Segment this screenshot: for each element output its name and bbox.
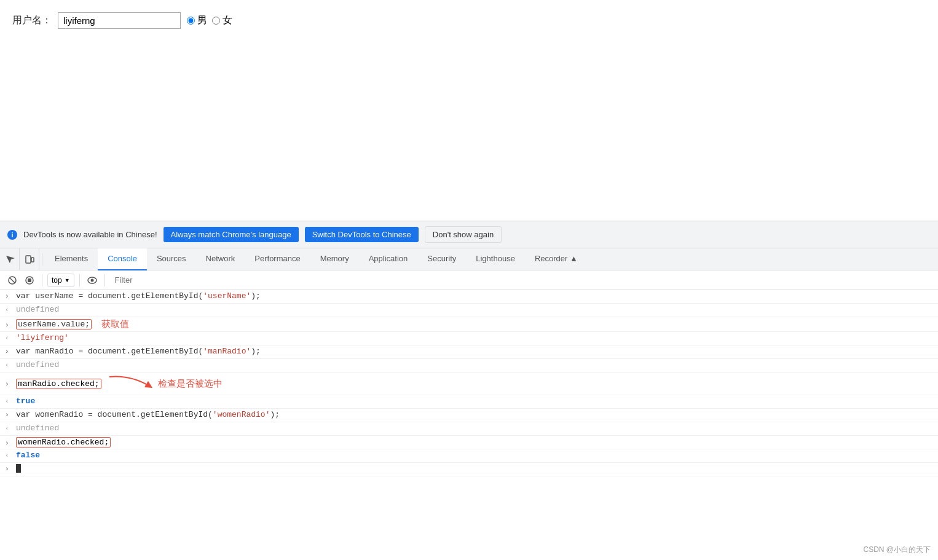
device-icon[interactable] <box>20 248 39 270</box>
tab-lighthouse[interactable]: Lighthouse <box>466 248 525 270</box>
devtools-tabs: Elements Console Sources Network Perform… <box>0 248 938 270</box>
console-line: ‹ undefined <box>0 304 938 317</box>
console-line: › userName.value; 获取值 <box>0 317 938 332</box>
inspect-icon[interactable] <box>0 248 20 270</box>
notification-message: DevTools is now available in Chinese! <box>23 230 157 239</box>
console-line: › var manRadio = document.getElementById… <box>0 345 938 359</box>
console-line: ‹ true <box>0 395 938 409</box>
watermark: CSDN @小白的天下 <box>863 545 931 545</box>
always-match-button[interactable]: Always match Chrome's language <box>164 227 299 242</box>
annotation-arrow <box>106 374 156 393</box>
tab-application[interactable]: Application <box>359 248 418 270</box>
svg-rect-0 <box>26 256 31 263</box>
console-output: › var userName = document.getElementById… <box>0 290 938 545</box>
console-line: ‹ 'liyiferng' <box>0 332 938 345</box>
svg-line-3 <box>10 278 15 283</box>
clear-console-button[interactable] <box>5 273 20 288</box>
console-line: › var userName = document.getElementById… <box>0 290 938 304</box>
radio-female[interactable]: 女 <box>212 14 232 27</box>
svg-rect-1 <box>31 258 34 262</box>
info-icon: i <box>7 230 17 240</box>
stop-button[interactable] <box>22 273 37 288</box>
context-selector[interactable]: top ▼ <box>47 274 74 287</box>
console-line: ‹ undefined <box>0 359 938 373</box>
tab-memory[interactable]: Memory <box>310 248 359 270</box>
console-line: ‹ false <box>0 449 938 463</box>
tab-performance[interactable]: Performance <box>245 248 310 270</box>
gender-group: 男 女 <box>187 14 232 27</box>
console-toolbar: top ▼ <box>0 270 938 290</box>
console-line: ‹ undefined <box>0 422 938 436</box>
tab-network[interactable]: Network <box>196 248 245 270</box>
filter-input[interactable] <box>110 275 933 285</box>
tab-sources[interactable]: Sources <box>147 248 196 270</box>
tab-security[interactable]: Security <box>417 248 466 270</box>
cursor <box>16 464 21 473</box>
console-line: › var womenRadio = document.getElementBy… <box>0 409 938 422</box>
radio-male[interactable]: 男 <box>187 14 207 27</box>
console-line: › womenRadio.checked; <box>0 436 938 449</box>
tab-elements[interactable]: Elements <box>45 248 98 270</box>
username-input[interactable] <box>58 12 181 29</box>
username-label: 用户名： <box>12 14 52 27</box>
username-row: 用户名： 男 女 <box>12 12 926 29</box>
tab-recorder[interactable]: Recorder ▲ <box>525 248 588 270</box>
console-line: › manRadio.checked; 检查是否被选中 <box>0 373 938 395</box>
switch-devtools-button[interactable]: Switch DevTools to Chinese <box>305 227 419 242</box>
notification-bar: i DevTools is now available in Chinese! … <box>0 221 938 248</box>
tabs-list: Elements Console Sources Network Perform… <box>45 248 588 270</box>
page-area: 用户名： 男 女 <box>0 0 938 221</box>
tab-console[interactable]: Console <box>98 248 147 270</box>
console-cursor-line[interactable]: › <box>0 463 938 476</box>
dont-show-again-button[interactable]: Don't show again <box>425 226 502 243</box>
svg-point-7 <box>90 278 93 282</box>
svg-rect-5 <box>28 278 31 282</box>
eye-button[interactable] <box>85 273 100 288</box>
